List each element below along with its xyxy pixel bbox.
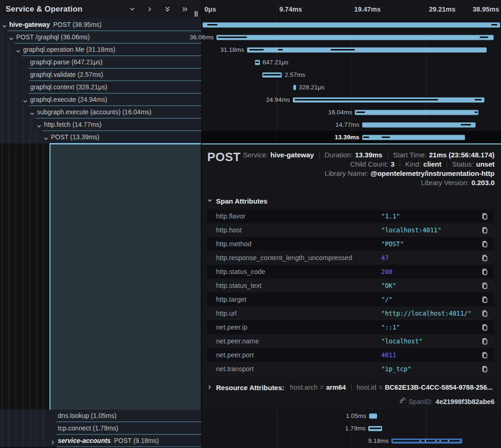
timeline-row[interactable]: 31.18ms [202, 44, 501, 56]
span-name-label: http.fetch (14.77ms) [44, 118, 102, 131]
selected-span-highlight-area [0, 143, 201, 410]
child-span-marker [461, 124, 471, 125]
span-tree-row[interactable]: POST (13.39ms) [0, 131, 201, 143]
link-icon[interactable] [399, 397, 406, 406]
span-duration-bar[interactable] [262, 72, 282, 77]
collapse-one-icon[interactable] [129, 6, 136, 12]
chevron-right-icon[interactable] [50, 438, 56, 443]
copy-icon[interactable] [480, 309, 489, 317]
span-duration-bar[interactable] [369, 413, 377, 418]
expand-all-icon[interactable] [182, 6, 188, 12]
span-duration-bar[interactable] [368, 426, 382, 431]
copy-icon[interactable] [480, 351, 489, 359]
attribute-key: net.peer.port [216, 351, 381, 359]
copy-icon[interactable] [480, 268, 489, 276]
copy-icon[interactable] [480, 240, 489, 248]
span-tree-row[interactable]: POST /graphql (36.06ms) [0, 31, 201, 44]
resource-attributes-title: Resource Attributes: [216, 384, 285, 392]
span-name-label: subgraph.execute (accounts) (16.04ms) [37, 106, 151, 118]
copy-icon[interactable] [480, 254, 489, 262]
tree-header: Service & Operation [0, 0, 201, 19]
span-duration-bar[interactable] [391, 438, 462, 443]
collapse-all-icon[interactable] [164, 6, 171, 12]
span-tree-row[interactable]: graphql.context (328.21μs) [0, 81, 201, 93]
expand-one-icon[interactable] [147, 6, 153, 12]
timeline-row[interactable]: 9.18ms [202, 435, 501, 447]
span-tree-row[interactable]: graphql.validate (2.57ms) [0, 68, 201, 81]
span-tree-row[interactable]: http.fetch (14.77ms) [0, 118, 201, 131]
child-span-marker [295, 99, 439, 100]
span-tree-row[interactable]: graphql.parse (647.21μs) [0, 56, 201, 68]
meta-field: Start Time:21ms (23:56:48.174) [393, 151, 495, 159]
span-duration-bar[interactable] [355, 110, 478, 115]
span-duration-bar[interactable] [293, 85, 296, 90]
span-tree-row[interactable]: tcp.connect (1.79ms) [0, 422, 201, 435]
copy-icon[interactable] [480, 212, 489, 220]
resource-value: BC62E13B-C4CC-5854-9788-256... [385, 384, 493, 391]
indent-guide [16, 410, 16, 422]
timeline-row[interactable] [202, 19, 501, 31]
chevron-down-icon[interactable] [43, 135, 49, 140]
chevron-down-icon[interactable] [16, 47, 21, 52]
span-attributes-section-header[interactable]: Span Attributes [207, 197, 495, 205]
span-tree-row[interactable]: hive-gatewayPOST (38.95ms) [0, 19, 201, 31]
span-tree-row[interactable]: dns.lookup (1.05ms) [0, 410, 201, 422]
indent-guide [9, 106, 9, 118]
duration-label: 1.79ms [345, 422, 365, 435]
meta-field: Kind:client [405, 160, 441, 168]
span-duration-bar[interactable] [203, 22, 500, 27]
span-tree-row[interactable]: subgraph.execute (accounts) (16.04ms) [0, 106, 201, 118]
indent-guide [37, 143, 37, 410]
timeline-row[interactable]: 1.79ms [202, 422, 501, 435]
span-id-label: SpanID: [408, 398, 433, 405]
span-tree-row[interactable]: service-accountsPOST (9.18ms) [0, 435, 201, 447]
chevron-down-icon[interactable] [30, 110, 35, 115]
indent-guide [9, 143, 9, 410]
span-name-label: POST (13.39ms) [51, 131, 99, 143]
attribute-row: net.transport"ip_tcp" [207, 362, 494, 376]
span-duration-bar[interactable] [362, 122, 476, 127]
chevron-down-icon[interactable] [23, 97, 28, 102]
timeline-row[interactable]: 2.57ms [202, 68, 501, 81]
resource-attributes-row[interactable]: Resource Attributes: host.arch=arm64host… [207, 383, 495, 392]
timeline-row[interactable]: 24.94ms [202, 93, 501, 106]
copy-icon[interactable] [480, 281, 489, 290]
timeline-row[interactable]: 1.05ms [202, 410, 501, 422]
attribute-key: http.status_code [216, 268, 381, 275]
copy-icon[interactable] [480, 337, 489, 345]
chevron-down-icon[interactable] [37, 122, 42, 127]
timeline-row[interactable]: 647.21μs [202, 56, 501, 68]
indent-guide [2, 143, 2, 410]
meta-label: Library Version: [421, 179, 469, 187]
attribute-value: "POST" [381, 240, 480, 248]
span-tree-row[interactable]: graphql.operation Me (31.18ms) [0, 44, 201, 56]
service-name: service-accounts [58, 437, 111, 444]
meta-value: unset [476, 160, 495, 168]
timeline-row[interactable]: 13.39ms [202, 131, 501, 143]
copy-icon[interactable] [480, 323, 489, 331]
copy-icon[interactable] [480, 226, 489, 234]
span-duration-bar[interactable] [293, 97, 484, 102]
span-duration-bar[interactable] [247, 47, 487, 52]
ruler-tick-label: 29.21ms [426, 0, 455, 19]
column-resizer-grip[interactable] [195, 11, 198, 17]
resource-key: host.id [357, 384, 377, 391]
copy-icon[interactable] [480, 365, 489, 373]
indent-guide [2, 410, 2, 422]
span-duration-bar[interactable] [216, 35, 494, 40]
span-tree-row[interactable]: graphql.execute (24.94ms) [0, 93, 201, 106]
timeline-row[interactable]: 328.21μs [202, 81, 501, 93]
chevron-down-icon[interactable] [2, 22, 7, 27]
span-duration-bar[interactable] [255, 60, 260, 65]
meta-value: 3 [391, 160, 395, 168]
attribute-key: http.url [216, 310, 381, 317]
attribute-row: http.response_content_length_uncompresse… [207, 251, 494, 265]
timeline-row[interactable]: 14.77ms [202, 118, 501, 131]
timeline-row[interactable]: 16.04ms [202, 106, 501, 118]
attribute-row: http.url"http://localhost:4011/" [207, 306, 494, 320]
attribute-key: http.status_text [216, 282, 381, 289]
copy-icon[interactable] [480, 295, 489, 304]
span-duration-bar[interactable] [362, 135, 465, 140]
chevron-down-icon[interactable] [9, 35, 14, 40]
timeline-row[interactable]: 36.06ms [202, 31, 501, 44]
